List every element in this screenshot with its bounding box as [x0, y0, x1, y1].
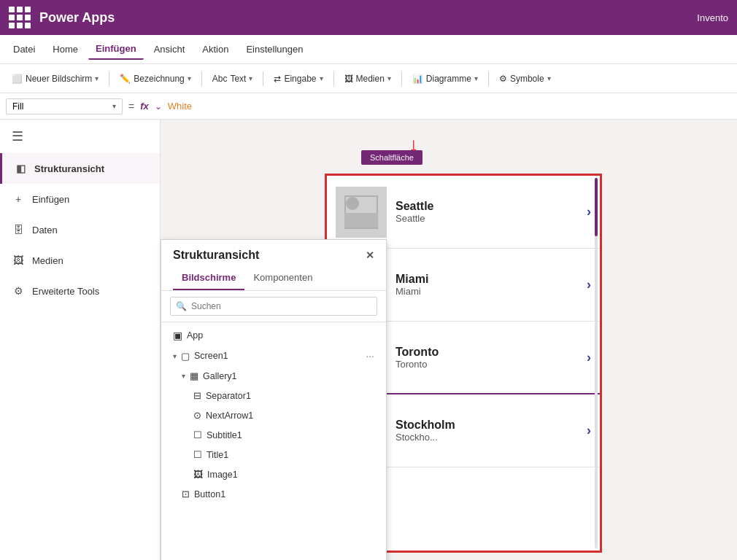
menu-einstellungen[interactable]: Einstellungen — [239, 39, 310, 59]
chevron-down-icon-5: ▾ — [387, 74, 391, 82]
chevron-down-icon: ▾ — [95, 74, 99, 82]
hamburger-menu[interactable]: ☰ — [0, 120, 160, 153]
tree-item-gallery1[interactable]: ▾ ▦ Gallery1 — [161, 366, 386, 386]
gallery-title-seattle: Seattle — [395, 200, 578, 213]
gallery-text-toronto: Toronto Toronto — [395, 346, 578, 370]
tree-item-image1[interactable]: 🖼 Image1 — [161, 464, 386, 484]
search-input[interactable] — [170, 297, 377, 316]
subtitle1-icon: ☐ — [193, 429, 202, 440]
left-sidebar: ☰ ◧ Strukturansicht + Einfügen 🗄 Daten 🖼… — [0, 120, 161, 560]
gallery-subtitle-toronto: Toronto — [395, 359, 578, 370]
chevron-right-icon-miami[interactable]: › — [587, 277, 591, 292]
gallery-text-seattle: Seattle Seattle — [395, 200, 578, 224]
image1-icon: 🖼 — [193, 469, 203, 480]
context-menu-icon[interactable]: ··· — [366, 350, 374, 362]
sidebar-item-medien[interactable]: 🖼 Medien — [0, 245, 160, 276]
diagramme-button[interactable]: 📊 Diagramme ▾ — [406, 70, 484, 88]
separator1-icon: ⊟ — [193, 390, 201, 401]
menubar: Datei Home Einfügen Ansicht Aktion Einst… — [0, 35, 737, 64]
new-screen-button[interactable]: ⬜ Neuer Bildschirm ▾ — [6, 70, 104, 88]
screen1-icon: ▢ — [181, 351, 190, 362]
symbole-icon: ⚙ — [499, 74, 507, 84]
text-button[interactable]: Abc Text ▾ — [207, 70, 259, 88]
tree-item-button1[interactable]: ⊡ Button1 — [161, 484, 386, 504]
gallery-item-seattle[interactable]: Seattle Seattle › — [327, 176, 600, 249]
gallery-title-miami: Miami — [395, 273, 578, 286]
chevron-down-icon-2: ▾ — [188, 74, 191, 82]
gallery-subtitle-stockholm: Stockho... — [395, 432, 578, 443]
tree-item-title1[interactable]: ☐ Title1 — [161, 445, 386, 464]
screen-icon: ⬜ — [12, 74, 23, 84]
chevron-down-screen1: ▾ — [173, 352, 177, 360]
tree-panel: ▣ App ▾ ▢ Screen1 ··· ▾ ▦ Gallery1 ⊟ Sep… — [161, 322, 386, 560]
property-selector[interactable]: Fill ▾ — [6, 98, 123, 114]
divider-3 — [263, 71, 263, 86]
gallery-title-toronto: Toronto — [395, 346, 578, 359]
sidebar-item-einfuegen[interactable]: + Einfügen — [0, 184, 160, 214]
chevron-right-icon-fx: ⌄ — [155, 101, 162, 112]
gallery-subtitle-miami: Miami — [395, 286, 578, 297]
chevron-down-icon-3: ▾ — [249, 74, 252, 82]
divider-4 — [333, 71, 334, 86]
symbole-button[interactable]: ⚙ Symbole ▾ — [493, 70, 557, 88]
eingabe-icon: ⇄ — [274, 74, 281, 84]
panel-search: 🔍 — [161, 291, 386, 322]
main-layout: ☰ ◧ Strukturansicht + Einfügen 🗄 Daten 🖼… — [0, 120, 737, 560]
tree-item-screen1[interactable]: ▾ ▢ Screen1 ··· — [161, 346, 386, 366]
gallery-scrollbar[interactable] — [595, 178, 598, 548]
search-icon: 🔍 — [176, 301, 187, 311]
divider-1 — [109, 71, 109, 86]
text-icon: Abc — [212, 74, 228, 84]
chevron-right-icon-seattle[interactable]: › — [587, 204, 591, 219]
einfuegen-icon: + — [12, 192, 25, 206]
tree-item-separator1[interactable]: ⊟ Separator1 — [161, 386, 386, 405]
nextarrow1-icon: ⊙ — [193, 410, 201, 421]
bezeichnung-icon: ✏️ — [120, 74, 131, 84]
chevron-right-icon-stockholm[interactable]: › — [587, 423, 591, 438]
panel-header: Strukturansicht ✕ — [161, 240, 386, 268]
menu-aktion[interactable]: Aktion — [195, 39, 236, 59]
menu-home[interactable]: Home — [45, 39, 85, 59]
medien-icon: 🖼 — [344, 74, 353, 84]
gallery-title-stockholm: Stockholm — [395, 419, 578, 432]
sidebar-item-strukturansicht[interactable]: ◧ Strukturansicht — [0, 153, 160, 184]
tree-item-subtitle1[interactable]: ☐ Subtitle1 — [161, 425, 386, 445]
medien-button[interactable]: 🖼 Medien ▾ — [339, 70, 397, 88]
topbar: Power Apps Invento — [0, 0, 737, 35]
tab-bildschirme[interactable]: Bildschirme — [173, 268, 244, 290]
formulabar: Fill ▾ = fx ⌄ White — [0, 93, 737, 120]
divider-2 — [201, 71, 202, 86]
app-grid-icon[interactable] — [9, 7, 31, 28]
menu-datei[interactable]: Datei — [6, 39, 42, 59]
chevron-right-icon-toronto[interactable]: › — [587, 350, 591, 365]
tools-icon: ⚙ — [12, 284, 25, 298]
tree-item-app[interactable]: ▣ App — [161, 325, 386, 346]
equals-sign: = — [128, 101, 134, 112]
fx-label: fx — [140, 101, 149, 112]
close-icon[interactable]: ✕ — [366, 249, 374, 261]
bezeichnung-button[interactable]: ✏️ Bezeichnung ▾ — [114, 70, 196, 88]
gallery-img-seattle — [336, 187, 387, 238]
menu-ansicht[interactable]: Ansicht — [147, 39, 193, 59]
preview-button-area: Schaltfläche — [361, 150, 422, 165]
tree-item-nextarrow1[interactable]: ⊙ NextArrow1 — [161, 405, 386, 425]
divider-6 — [488, 71, 489, 86]
sidebar-item-daten[interactable]: 🗄 Daten — [0, 214, 160, 245]
formula-value[interactable]: White — [168, 101, 192, 112]
tab-komponenten[interactable]: Komponenten — [244, 268, 321, 290]
gallery-text-stockholm: Stockholm Stockho... — [395, 419, 578, 443]
sidebar-item-erweiterte-tools[interactable]: ⚙ Erweiterte Tools — [0, 276, 160, 306]
divider-5 — [401, 71, 402, 86]
schaltflaeche-button[interactable]: Schaltfläche — [361, 150, 422, 165]
app-title: Power Apps — [39, 10, 115, 26]
button1-icon: ⊡ — [182, 489, 190, 499]
canvas-top-space — [161, 120, 737, 130]
chevron-down-gallery1: ▾ — [182, 372, 185, 380]
title1-icon: ☐ — [193, 449, 202, 460]
chevron-down-icon-7: ▾ — [547, 74, 551, 82]
panel-tabs: Bildschirme Komponenten — [161, 268, 386, 291]
eingabe-button[interactable]: ⇄ Eingabe ▾ — [268, 70, 328, 88]
toolbar: ⬜ Neuer Bildschirm ▾ ✏️ Bezeichnung ▾ Ab… — [0, 64, 737, 93]
chevron-down-icon-6: ▾ — [474, 74, 478, 82]
menu-einfuegen[interactable]: Einfügen — [88, 39, 144, 60]
